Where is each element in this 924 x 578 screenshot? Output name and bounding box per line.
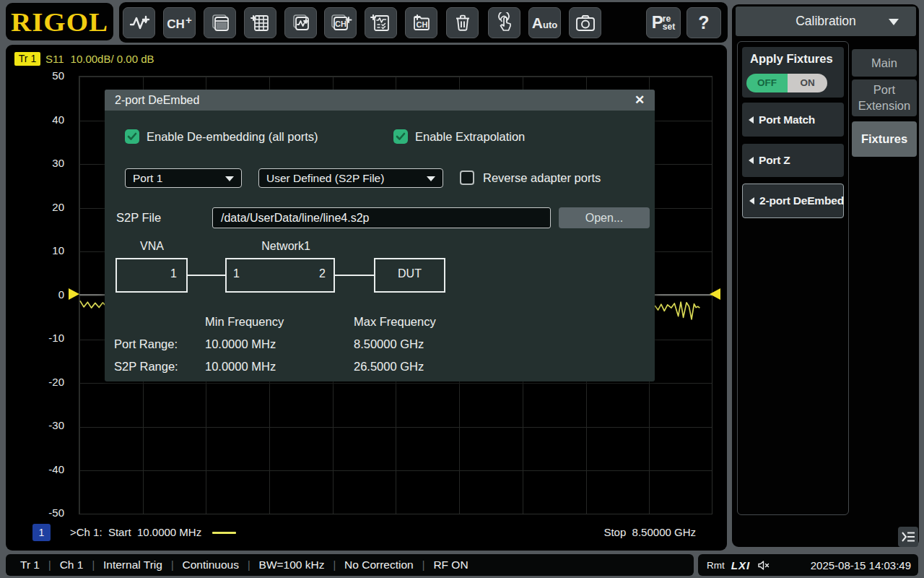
y-axis-label: -30 <box>34 419 64 432</box>
port-z-button[interactable]: Port Z <box>742 144 844 177</box>
status-separator: | <box>333 559 336 571</box>
rigol-logo: RIGOL <box>6 3 113 40</box>
status-trigger: Internal Trig <box>103 558 162 571</box>
toggle-off-option[interactable]: OFF <box>746 74 788 92</box>
port-select-value: Port 1 <box>133 169 162 187</box>
arrow-left-icon <box>749 157 754 164</box>
add-channel-window-button[interactable]: CH <box>324 7 357 38</box>
s2p-file-input[interactable]: /data/UserData/line/line4.s2p <box>212 207 551 228</box>
status-separator: | <box>422 559 425 571</box>
y-axis-label: 40 <box>34 113 64 126</box>
max-frequency-header: Max Frequency <box>354 314 436 329</box>
status-sweep: Continuous <box>183 558 239 571</box>
s2p-range-label: S2P Range: <box>114 359 178 374</box>
trace-info: Tr 1 S11 10.00dB/ 0.00 dB <box>14 52 154 66</box>
channel-label: CH <box>167 17 185 31</box>
screenshot-button[interactable] <box>569 7 601 38</box>
status-separator: | <box>92 559 95 571</box>
collapse-menu-button[interactable] <box>898 527 918 547</box>
preset-label-bottom: set <box>663 22 675 32</box>
add-table-button[interactable] <box>244 7 276 38</box>
touch-icon <box>494 12 515 34</box>
port-select[interactable]: Port 1 <box>125 168 242 188</box>
table-add-icon <box>250 13 271 33</box>
tab-main[interactable]: Main <box>852 49 917 77</box>
toggle-on-option[interactable]: ON <box>788 74 827 92</box>
apply-fixtures-toggle[interactable]: OFF ON <box>746 74 827 92</box>
reverse-adapter-checkbox[interactable] <box>460 171 474 185</box>
tab-port-extension-label2: Extension <box>858 99 910 112</box>
channel-badge[interactable]: 1 <box>32 524 51 541</box>
svg-text:CH: CH <box>416 20 427 28</box>
enable-deembedding-checkbox[interactable] <box>125 129 139 144</box>
tab-fixtures-label: Fixtures <box>861 132 907 145</box>
rigol-logo-text: RIGOL <box>11 7 108 36</box>
preset-button[interactable]: Preset <box>646 7 681 38</box>
lxi-indicator: LXI <box>731 559 750 571</box>
y-axis-label: -10 <box>34 332 64 345</box>
trace-parameter: S11 <box>45 53 64 65</box>
enable-deembedding-label: Enable De-embedding (all ports) <box>147 129 318 144</box>
save-channel-file-button[interactable]: CH <box>405 7 437 38</box>
connector-line <box>188 275 225 276</box>
s2p-file-label: S2P File <box>116 210 161 225</box>
preset-icon: Preset <box>652 15 675 31</box>
channel-stop-frequency: Stop 8.50000 GHz <box>511 525 696 540</box>
status-channel: Ch 1 <box>60 558 84 571</box>
y-axis-label: 50 <box>34 69 64 82</box>
trash-icon <box>453 13 473 33</box>
status-correction: No Correction <box>344 558 414 571</box>
add-trace-button[interactable] <box>123 7 155 38</box>
y-axis-label: -20 <box>34 376 64 389</box>
add-channel-button[interactable]: CH+ <box>163 7 196 38</box>
plus-icon: + <box>186 14 192 26</box>
stacked-windows-icon <box>209 13 231 33</box>
auto-scale-icon: Auto <box>532 14 557 32</box>
trace-badge[interactable]: Tr 1 <box>14 52 40 66</box>
check-icon <box>127 132 137 141</box>
trace-add-icon <box>128 13 150 33</box>
network-label: Network1 <box>243 240 329 253</box>
svg-text:CH: CH <box>335 20 346 28</box>
remote-indicator: Rmt <box>707 560 725 571</box>
apply-fixtures-block: Apply Fixtures OFF ON <box>742 47 844 98</box>
chevron-down-icon <box>427 176 435 181</box>
touch-button[interactable] <box>488 7 520 38</box>
reference-marker-left <box>69 288 79 300</box>
add-trace-window-button[interactable] <box>284 7 317 38</box>
save-trace-file-button[interactable] <box>365 7 397 38</box>
channel-add-icon: CH+ <box>167 14 191 32</box>
dut-box-label: DUT <box>398 267 422 280</box>
port-match-button[interactable]: Port Match <box>742 103 844 137</box>
network-box: 12 <box>225 258 335 293</box>
open-button[interactable]: Open... <box>559 207 650 228</box>
status-bandwidth: BW=100 kHz <box>259 558 325 571</box>
reverse-adapter-label: Reverse adapter ports <box>483 170 601 186</box>
deembed-button-selected[interactable]: 2-port DeEmbed <box>742 184 844 218</box>
dut-box: DUT <box>374 258 445 293</box>
tab-fixtures[interactable]: Fixtures <box>852 121 917 157</box>
s2p-range-min: 10.0000 MHz <box>205 359 276 374</box>
sidebar: Calibration Apply Fixtures OFF ON Port M… <box>732 4 919 547</box>
window-channel-add-icon: CH <box>329 13 352 33</box>
network-type-value: User Defined (S2P File) <box>266 169 384 187</box>
window-layout-button[interactable] <box>204 7 236 38</box>
enable-extrapolation-checkbox[interactable] <box>393 129 408 144</box>
tab-port-extension[interactable]: PortExtension <box>852 79 917 116</box>
datetime: 2025-08-15 14:03:49 <box>811 559 911 571</box>
help-button[interactable]: ? <box>687 7 721 38</box>
auto-label-small: uto <box>543 20 557 30</box>
help-icon: ? <box>698 12 709 33</box>
auto-scale-button[interactable]: Auto <box>528 7 561 38</box>
network-type-select[interactable]: User Defined (S2P File) <box>258 168 443 188</box>
calibration-menu-header[interactable]: Calibration <box>736 7 916 36</box>
connector-line <box>335 275 374 276</box>
delete-button[interactable] <box>446 7 479 38</box>
network-port1-number: 1 <box>233 267 240 280</box>
preset-label-big: P <box>652 12 663 32</box>
folder-channel-add-icon: CH <box>410 13 433 33</box>
vna-box: 1 <box>116 258 188 293</box>
dialog-title-bar[interactable]: 2-port DeEmbed ✕ <box>105 90 655 111</box>
close-icon[interactable]: ✕ <box>631 92 648 109</box>
apply-fixtures-label: Apply Fixtures <box>750 52 833 66</box>
